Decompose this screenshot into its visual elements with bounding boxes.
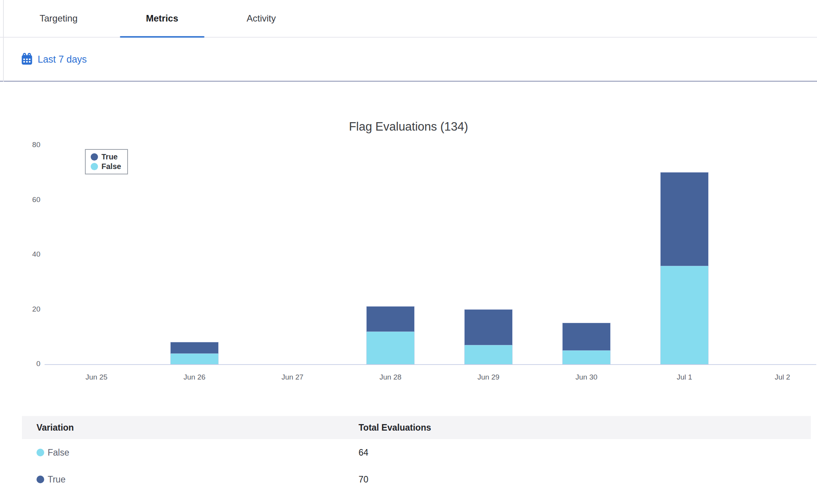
tab-activity[interactable]: Activity bbox=[221, 0, 302, 37]
variation-true-swatch-icon bbox=[37, 476, 44, 483]
bar-segment-false-jul-1 bbox=[661, 266, 708, 365]
metrics-chart-section: Flag Evaluations (134) True False 020406… bbox=[0, 82, 817, 406]
variation-true-label: True bbox=[48, 474, 65, 485]
bar-segment-false-jun-26 bbox=[171, 353, 218, 365]
y-axis-tick-label: 0 bbox=[10, 360, 40, 368]
bar-segment-false-jun-30 bbox=[563, 350, 610, 364]
x-axis-tick-label: Jul 1 bbox=[650, 373, 719, 381]
chart-title: Flag Evaluations (134) bbox=[0, 118, 817, 137]
bar-segment-true-jun-30 bbox=[563, 323, 610, 350]
date-range-button[interactable]: Last 7 days bbox=[20, 53, 87, 66]
bar-segment-true-jun-26 bbox=[171, 342, 218, 353]
table-row: True 70 bbox=[22, 466, 811, 493]
table-row: False 64 bbox=[22, 439, 811, 466]
legend-item-false: False bbox=[91, 162, 121, 171]
x-axis-line bbox=[45, 364, 816, 365]
total-evaluations-false: 64 bbox=[359, 448, 811, 458]
evaluations-table: Variation Total Evaluations False 64 Tru… bbox=[0, 416, 817, 493]
variation-false-label: False bbox=[48, 448, 69, 458]
variation-false-swatch-icon bbox=[37, 449, 44, 456]
bar-segment-false-jun-28 bbox=[367, 332, 414, 365]
tab-bar: Targeting Metrics Activity bbox=[0, 0, 817, 38]
legend-label-true: True bbox=[101, 153, 118, 161]
x-axis-tick-label: Jun 29 bbox=[454, 373, 523, 381]
x-axis-tick-label: Jun 30 bbox=[552, 373, 621, 381]
column-header-variation: Variation bbox=[37, 423, 359, 433]
tab-targeting[interactable]: Targeting bbox=[13, 0, 104, 37]
bar-segment-true-jun-28 bbox=[367, 307, 414, 331]
flag-evaluations-chart: True False 020406080Jun 25Jun 26Jun 27Ju… bbox=[0, 137, 817, 406]
x-axis-tick-label: Jun 27 bbox=[258, 373, 327, 381]
x-axis-tick-label: Jun 26 bbox=[160, 373, 229, 381]
total-evaluations-true: 70 bbox=[359, 474, 811, 485]
bar-segment-true-jun-29 bbox=[465, 310, 512, 345]
tab-metrics[interactable]: Metrics bbox=[120, 0, 204, 37]
y-axis-tick-label: 80 bbox=[10, 141, 40, 149]
y-axis-tick-label: 20 bbox=[10, 305, 40, 313]
y-axis-tick-label: 60 bbox=[10, 196, 40, 204]
date-range-label: Last 7 days bbox=[38, 54, 87, 65]
x-axis-tick-label: Jun 25 bbox=[62, 373, 131, 381]
panel-left-edge bbox=[3, 0, 4, 82]
legend-label-false: False bbox=[101, 162, 121, 171]
legend-item-true: True bbox=[91, 153, 121, 161]
bar-segment-true-jul-1 bbox=[661, 172, 708, 265]
x-axis-tick-label: Jul 2 bbox=[748, 373, 817, 381]
date-filter-row: Last 7 days bbox=[0, 38, 817, 82]
legend-swatch-true-icon bbox=[91, 153, 98, 161]
chart-legend: True False bbox=[85, 149, 128, 174]
x-axis-tick-label: Jun 28 bbox=[356, 373, 425, 381]
y-axis-tick-label: 40 bbox=[10, 250, 40, 259]
column-header-total-evaluations: Total Evaluations bbox=[359, 423, 811, 433]
table-header-row: Variation Total Evaluations bbox=[22, 416, 811, 439]
legend-swatch-false-icon bbox=[91, 163, 98, 170]
bar-segment-false-jun-29 bbox=[465, 345, 512, 364]
calendar-icon bbox=[20, 53, 33, 66]
